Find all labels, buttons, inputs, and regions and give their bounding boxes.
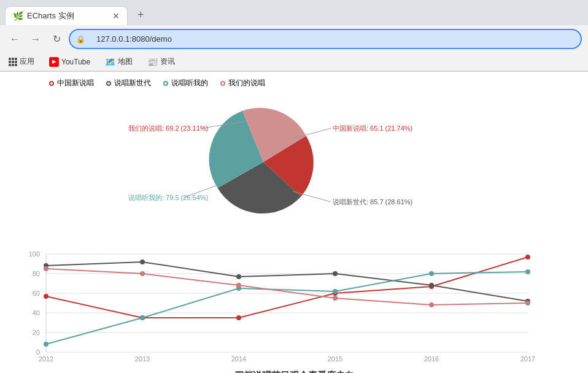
pie-chart-area: 中国新说唱: 65.1 (21.74%) 说唱新世代: 85.7 (28.61%…	[12, 94, 576, 229]
dot	[140, 260, 145, 264]
pie-label-2: 说唱听我的: 79.5 (26.54%)	[128, 194, 208, 201]
bookmark-map[interactable]: 🗺️ 地图	[103, 55, 135, 68]
legend-label-1: 说唱新世代	[114, 78, 151, 88]
svg-text:2015: 2015	[328, 355, 342, 363]
active-tab[interactable]: 🌿 ECharts 实例 ✕	[5, 6, 128, 25]
dot	[333, 289, 338, 294]
bookmark-youtube[interactable]: ▶ YouTube	[47, 56, 93, 68]
dot	[525, 301, 530, 306]
back-button[interactable]: ←	[6, 31, 23, 48]
svg-text:2016: 2016	[424, 355, 439, 363]
line-series-0	[46, 257, 528, 318]
legend-item-1[interactable]: 说唱新世代	[106, 78, 151, 88]
legend-dot-2	[163, 81, 168, 86]
news-label: 资讯	[160, 56, 175, 67]
svg-text:20: 20	[33, 329, 40, 336]
pie-label-3: 我们的说唱: 69.2 (23.11%)	[128, 125, 208, 132]
chart-legend: 中国新说唱 说唱新世代 说唱听我的 我们的说唱	[49, 78, 576, 88]
page-content: 中国新说唱 说唱新世代 说唱听我的 我们的说唱	[0, 72, 588, 373]
news-icon: 📰	[147, 57, 158, 67]
secure-icon: 🔒	[76, 35, 85, 44]
dot	[140, 271, 145, 276]
line-series-1	[46, 262, 528, 301]
svg-text:2012: 2012	[39, 355, 53, 363]
dot	[333, 271, 338, 276]
bookmark-news[interactable]: 📰 资讯	[145, 55, 177, 68]
address-bar: ← → ↻ 🔒	[0, 25, 588, 53]
tab-favicon: 🌿	[13, 11, 23, 21]
line-chart: 100 80 60 40 20 0 2012 2013 2014 2015 20…	[12, 242, 552, 364]
dot	[429, 302, 434, 307]
refresh-button[interactable]: ↻	[48, 31, 65, 48]
pie-label-0: 中国新说唱: 65.1 (21.74%)	[333, 125, 412, 132]
dot	[236, 315, 241, 320]
tab-close-button[interactable]: ✕	[112, 11, 120, 21]
svg-text:80: 80	[33, 270, 40, 277]
legend-label-0: 中国新说唱	[57, 78, 94, 88]
youtube-label: YouTube	[61, 58, 90, 66]
map-icon: 🗺️	[105, 57, 115, 67]
svg-text:100: 100	[29, 250, 40, 258]
svg-text:60: 60	[33, 290, 40, 297]
dot	[333, 296, 338, 301]
dot	[236, 283, 241, 288]
pie-chart: 中国新说唱: 65.1 (21.74%) 说唱新世代: 85.7 (28.61%…	[122, 94, 466, 229]
line-series-2	[46, 272, 528, 344]
forward-button[interactable]: →	[27, 31, 44, 48]
legend-item-3[interactable]: 我们的说唱	[220, 78, 265, 88]
apps-icon	[9, 58, 17, 66]
browser-chrome: 🌿 ECharts 实例 ✕ + ← → ↻ 🔒 应用 ▶ YouTube	[0, 0, 588, 72]
dot	[44, 342, 48, 347]
youtube-icon: ▶	[49, 57, 59, 67]
bookmarks-bar: 应用 ▶ YouTube 🗺️ 地图 📰 资讯	[0, 53, 588, 71]
legend-dot-3	[220, 81, 225, 86]
dot	[44, 266, 48, 271]
svg-text:2014: 2014	[231, 355, 246, 363]
line-chart-area: 100 80 60 40 20 0 2012 2013 2014 2015 20…	[12, 242, 576, 373]
chart-title: 四档说唱节目观众喜爱度走向	[12, 370, 576, 373]
map-label: 地图	[118, 56, 133, 67]
dot	[140, 315, 145, 320]
legend-item-0[interactable]: 中国新说唱	[49, 78, 94, 88]
tab-title: ECharts 实例	[27, 10, 107, 21]
svg-text:2017: 2017	[520, 355, 535, 363]
legend-label-2: 说唱听我的	[171, 78, 208, 88]
new-tab-button[interactable]: +	[130, 5, 152, 25]
legend-label-3: 我们的说唱	[228, 78, 265, 88]
dot	[429, 271, 434, 276]
dot	[525, 269, 530, 274]
dot	[44, 294, 48, 299]
address-input[interactable]	[89, 32, 574, 46]
legend-dot-0	[49, 81, 54, 86]
dot	[236, 274, 241, 279]
line-series-3	[46, 269, 528, 305]
svg-text:2013: 2013	[135, 355, 150, 363]
svg-text:40: 40	[33, 309, 40, 317]
tab-bar: 🌿 ECharts 实例 ✕ +	[0, 0, 588, 25]
bookmark-apps[interactable]: 应用	[6, 55, 37, 68]
legend-item-2[interactable]: 说唱听我的	[163, 78, 208, 88]
legend-dot-1	[106, 81, 111, 86]
pie-label-1: 说唱新世代: 85.7 (28.61%)	[333, 198, 412, 206]
dot	[525, 255, 530, 260]
dot	[429, 283, 434, 288]
apps-label: 应用	[20, 56, 34, 67]
